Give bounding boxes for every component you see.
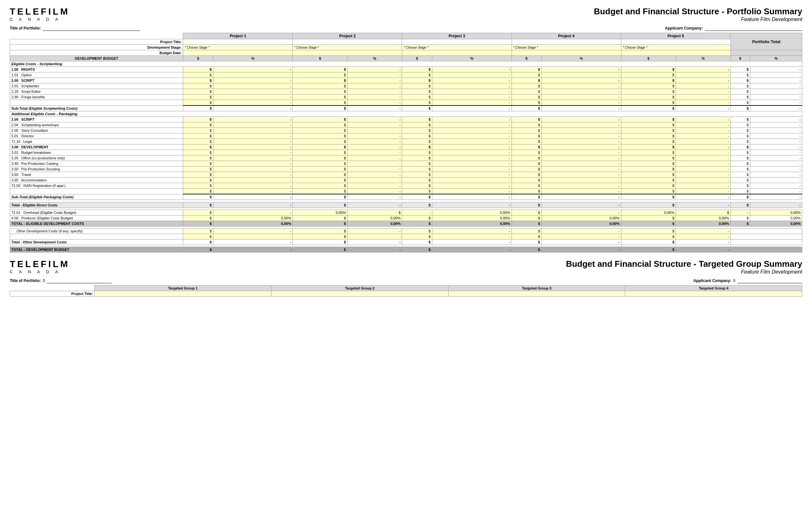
pt-rights-dash: - bbox=[750, 67, 802, 72]
applicant-value-line bbox=[705, 26, 802, 31]
section2-info-row: Title of Portfolio: 0 Applicant Company:… bbox=[10, 278, 802, 283]
project5-header: Project 5 bbox=[621, 33, 730, 39]
logo-canada-text: C A N A D A bbox=[10, 17, 61, 22]
section1-sub-title: Feature Film Development bbox=[594, 17, 802, 22]
row-option: 1.01 Option $ - $ - $ - $ - $ - $ - bbox=[10, 72, 802, 78]
p3-rights-dash: - bbox=[432, 67, 512, 72]
row-office: 3.25 Office (co-productions only) $ - $ … bbox=[10, 155, 802, 161]
pt-dollar-header: $ bbox=[730, 56, 750, 61]
section2-applicant-label: Applicant Company: bbox=[693, 278, 731, 283]
p1-dollar-header: $ bbox=[183, 56, 213, 61]
section1-header: TELEFILM C A N A D A Budget and Financia… bbox=[10, 6, 802, 22]
section2: TELEFILM C A N A D A Budget and Financia… bbox=[10, 259, 802, 297]
section2-main-title: Budget and Financial Structure - Targete… bbox=[566, 259, 802, 269]
project-title-row: Project Title: bbox=[10, 39, 802, 45]
project4-date[interactable] bbox=[512, 50, 621, 56]
portfolio-total-header: Portfolio Total bbox=[730, 33, 802, 50]
row-development: 3.00 DEVELOPMENT $ - $ - $ - $ - $ - $ - bbox=[10, 145, 802, 150]
p4-rights-dollar[interactable]: $ bbox=[512, 67, 542, 72]
dev-stage-row: Development Stage: * Choose Stage * * Ch… bbox=[10, 45, 802, 50]
portfolio-label: Title of Portfolio: bbox=[10, 26, 41, 31]
row-subtotal-packaging: Sub-Total (Eligible Packaging Costs) $ -… bbox=[10, 194, 802, 200]
project-title-label: Project Title: bbox=[10, 39, 183, 45]
p3-pct-header: % bbox=[432, 56, 512, 61]
p5-rights-dash: - bbox=[676, 67, 731, 72]
project1-title-cell[interactable] bbox=[183, 39, 293, 45]
dev-budget-header: DEVELOPMENT BUDGET bbox=[10, 56, 183, 61]
row-script-editor: 2.20 Script Editor $ - $ - $ - $ - $ - $… bbox=[10, 89, 802, 94]
pt-pct-header: % bbox=[750, 56, 802, 61]
project4-stage[interactable]: * Choose Stage * bbox=[512, 45, 621, 50]
row-blank-script: $ - $ - $ - $ - $ - $ - bbox=[10, 100, 802, 106]
tg3-title[interactable] bbox=[448, 291, 625, 297]
row-legal: 71.10 Legal $ - $ - $ - $ - $ - $ - bbox=[10, 139, 802, 145]
project2-date[interactable] bbox=[293, 50, 402, 56]
telefilm-logo: TELEFILM C A N A D A bbox=[10, 6, 70, 22]
p4-pct-header: % bbox=[542, 56, 621, 61]
project1-date[interactable] bbox=[183, 50, 293, 56]
packaging-header-row: Additional Eligible Costs - Packaging bbox=[10, 111, 802, 117]
row-isan: 72.50 ISAN Registration (if appl.) $ - $… bbox=[10, 183, 802, 188]
portfolio-total-spacer bbox=[730, 50, 802, 56]
p5-pct-header: % bbox=[676, 56, 731, 61]
targeted-project-label: Project Title: bbox=[10, 291, 94, 297]
project5-date[interactable] bbox=[621, 50, 730, 56]
project3-date[interactable] bbox=[402, 50, 512, 56]
project2-title-cell[interactable] bbox=[293, 39, 402, 45]
section1-main-title: Budget and Financial Structure - Portfol… bbox=[594, 6, 802, 17]
row-overhead: 72.01 Overhead (Eligible Costs Budget) $… bbox=[10, 210, 802, 215]
p4-dollar-header: $ bbox=[512, 56, 542, 61]
row-total-eligible-dev: TOTAL - ELIGIBLE DEVELOPMENT COSTS $ 0,0… bbox=[10, 221, 802, 226]
tg4-title[interactable] bbox=[625, 291, 802, 297]
row-travel: 3.60 Travel $ - $ - $ - $ - $ - $ - bbox=[10, 172, 802, 178]
logo-telefilm-text: TELEFILM bbox=[10, 6, 70, 17]
p5-rights-dollar[interactable]: $ bbox=[621, 67, 676, 72]
portfolio-value-line bbox=[43, 26, 140, 31]
row-blank-pkg: $ - $ - $ - $ - $ - $ - bbox=[10, 188, 802, 194]
targeted-group4-header: Targeted Group 4 bbox=[625, 285, 802, 291]
tg2-title[interactable] bbox=[271, 291, 448, 297]
p1-pct-header: % bbox=[213, 56, 293, 61]
p3-rights-dollar[interactable]: $ bbox=[402, 67, 432, 72]
rights-label: 1.00 RIGHTS bbox=[10, 67, 183, 72]
section2-applicant-field: Applicant Company: 0 bbox=[693, 278, 802, 283]
targeted-project-title-row: Project Title: bbox=[10, 291, 802, 297]
eligible-scriptwriting-header: Eligible Costs - Scriptwriting bbox=[10, 61, 802, 67]
targeted-group2-header: Targeted Group 2 bbox=[271, 285, 448, 291]
tg1-title[interactable] bbox=[94, 291, 271, 297]
row-story-consultant: 2.05 Story Consultant $ - $ - $ - $ - $ … bbox=[10, 128, 802, 133]
project4-title-cell[interactable] bbox=[512, 39, 621, 45]
project5-title-cell[interactable] bbox=[621, 39, 730, 45]
row-other-dev-1: Other Development Costs (if any; specify… bbox=[10, 229, 802, 234]
p2-rights-dollar[interactable]: $ bbox=[293, 67, 348, 72]
p2-pct-header: % bbox=[347, 56, 402, 61]
dev-stage-label: Development Stage: bbox=[10, 45, 183, 50]
section2-portfolio-underline bbox=[47, 278, 112, 283]
p2-dollar-header: $ bbox=[293, 56, 348, 61]
p2-rights-dash: - bbox=[347, 67, 402, 72]
row-producer: 4.00 Producer (Eligible Costs Budget) $ … bbox=[10, 215, 802, 221]
p1-rights-dollar[interactable]: $ bbox=[183, 67, 213, 72]
targeted-empty-header bbox=[10, 285, 94, 291]
targeted-header-row: Targeted Group 1 Targeted Group 2 Target… bbox=[10, 285, 802, 291]
project3-title-cell[interactable] bbox=[402, 39, 512, 45]
project2-header: Project 2 bbox=[293, 33, 402, 39]
row-scouting: 3.50 Pre-Production Scouting $ - $ - $ -… bbox=[10, 166, 802, 172]
section2-title-block: Budget and Financial Structure - Targete… bbox=[566, 259, 802, 275]
budget-date-row: Budget Date: bbox=[10, 50, 802, 56]
p3-dollar-header: $ bbox=[402, 56, 432, 61]
project5-stage[interactable]: * Choose Stage * bbox=[621, 45, 730, 50]
section2-sub-title: Feature Film Development bbox=[566, 269, 802, 275]
pt-rights-dollar: $ bbox=[730, 67, 750, 72]
p1-rights-dash: - bbox=[213, 67, 293, 72]
section1-info-row: Title of Portfolio: Applicant Company: bbox=[10, 26, 802, 31]
row-casting: 3.40 Pre-Production Casting $ - $ - $ - … bbox=[10, 161, 802, 166]
project3-stage[interactable]: * Choose Stage * bbox=[402, 45, 512, 50]
row-sw-workshops: 2.04 Scriptwriting workshops $ - $ - $ -… bbox=[10, 122, 802, 128]
project1-stage[interactable]: * Choose Stage * bbox=[183, 45, 293, 50]
p4-rights-dash: - bbox=[542, 67, 621, 72]
project2-stage[interactable]: * Choose Stage * bbox=[293, 45, 402, 50]
row-total-other-dev: Total - Other Development Costs $ - $ - … bbox=[10, 240, 802, 245]
page: TELEFILM C A N A D A Budget and Financia… bbox=[0, 0, 812, 303]
spacer-row-1 bbox=[10, 200, 802, 203]
